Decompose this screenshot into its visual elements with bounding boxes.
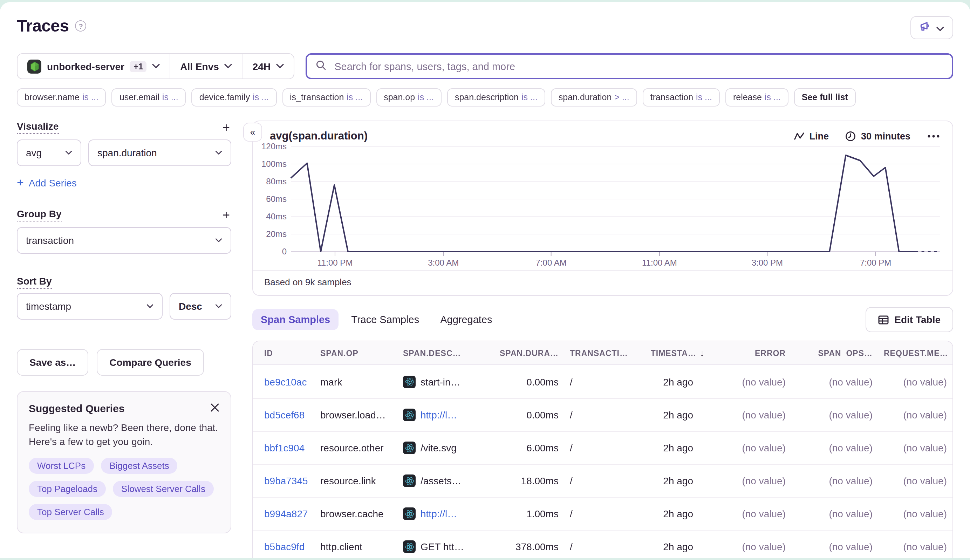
chip-field: release xyxy=(733,93,762,102)
filter-chip-span.description[interactable]: span.descriptionis ... xyxy=(447,88,545,107)
nodejs-project-icon xyxy=(27,59,42,73)
see-full-list-button[interactable]: See full list xyxy=(794,88,856,107)
metric-select[interactable]: span.duration xyxy=(88,140,231,166)
suggested-query-chip[interactable]: Biggest Assets xyxy=(101,457,178,473)
chart-interval-selector[interactable]: 30 minutes xyxy=(846,131,910,141)
main-panel: « avg(span.duration) Line 30 minutes xyxy=(252,120,953,558)
column-header[interactable]: SPAN.DESC… xyxy=(397,349,487,357)
column-header[interactable]: SPAN_OPS… xyxy=(791,349,878,357)
filter-chip-span.duration[interactable]: span.duration> ... xyxy=(551,88,637,107)
chart-card: « avg(span.duration) Line 30 minutes xyxy=(252,120,953,296)
chip-condition: is ... xyxy=(253,93,269,102)
add-visualize-button[interactable]: + xyxy=(221,121,231,133)
close-icon[interactable] xyxy=(210,402,219,415)
project-selector[interactable]: unborked-server +1 xyxy=(18,54,170,78)
feedback-button[interactable] xyxy=(910,16,953,39)
table-row[interactable]: bd5cef68browser.load…http://l…0.00ms/2h … xyxy=(253,398,952,431)
tab-aggregates[interactable]: Aggregates xyxy=(432,309,500,330)
filter-chip-release[interactable]: releaseis ... xyxy=(725,88,788,107)
filter-chip-span.op[interactable]: span.opis ... xyxy=(376,88,442,107)
column-header[interactable]: ERROR xyxy=(710,349,791,357)
filter-bar: unborked-server +1 All Envs 24H xyxy=(17,53,953,79)
chip-condition: is ... xyxy=(162,93,178,102)
suggested-query-chip[interactable]: Top Pageloads xyxy=(29,480,106,497)
environment-selector[interactable]: All Envs xyxy=(170,54,242,78)
filter-chip-transaction[interactable]: transactionis ... xyxy=(643,88,720,107)
request-method-cell: (no value) xyxy=(878,442,952,453)
chip-field: span.op xyxy=(384,93,415,102)
time-range-selector[interactable]: 24H xyxy=(242,54,294,78)
project-name: unborked-server xyxy=(47,61,124,72)
y-axis-tick: 100ms xyxy=(258,159,287,169)
span-description-cell: /assets… xyxy=(397,475,487,487)
column-header[interactable]: SPAN.OP xyxy=(315,349,397,357)
line-chart-plot[interactable]: 120ms100ms80ms60ms40ms20ms0 xyxy=(291,147,940,252)
results-tabs: Span SamplesTrace SamplesAggregates xyxy=(252,309,501,330)
suggested-query-chips: Worst LCPsBiggest AssetsTop PageloadsSlo… xyxy=(29,457,219,520)
span-id-link[interactable]: bbf1c904 xyxy=(264,442,305,453)
chevron-down-icon xyxy=(276,64,284,69)
column-header[interactable]: TRANSACTI… xyxy=(564,349,632,357)
aggregate-select[interactable]: avg xyxy=(17,140,81,166)
group-by-select[interactable]: transaction xyxy=(17,227,231,254)
table-row[interactable]: b5bac9fdhttp.clientGET htt…378.00ms/2h a… xyxy=(253,530,952,558)
edit-table-button[interactable]: Edit Table xyxy=(865,307,953,332)
filter-chip-browser.name[interactable]: browser.nameis ... xyxy=(17,88,106,107)
tab-trace-samples[interactable]: Trace Samples xyxy=(343,309,428,330)
column-header[interactable]: REQUEST.ME… xyxy=(878,349,952,357)
span-duration-cell: 378.00ms xyxy=(487,541,564,552)
chart-sample-note: Based on 9k samples xyxy=(253,270,952,295)
filter-chip-is_transaction[interactable]: is_transactionis ... xyxy=(282,88,370,107)
chart-more-menu[interactable] xyxy=(927,134,940,138)
help-icon[interactable]: ? xyxy=(75,20,87,32)
filter-chip-device.family[interactable]: device.familyis ... xyxy=(192,88,277,107)
transaction-cell: / xyxy=(564,409,632,420)
column-header[interactable]: SPAN.DURA… xyxy=(487,349,564,357)
filter-chip-user.email[interactable]: user.emailis ... xyxy=(112,88,186,107)
react-project-icon xyxy=(403,375,416,388)
suggested-query-chip[interactable]: Slowest Server Calls xyxy=(113,480,214,497)
search-input[interactable] xyxy=(333,60,943,73)
span-description-cell[interactable]: http://l… xyxy=(397,507,487,520)
suggested-queries-card: Suggested Queries Feeling like a newb? B… xyxy=(17,391,231,533)
span-description-cell[interactable]: http://l… xyxy=(397,408,487,421)
react-project-icon xyxy=(403,475,416,487)
span-id-link[interactable]: b5bac9fd xyxy=(264,541,305,552)
suggested-query-chip[interactable]: Top Server Calls xyxy=(29,503,112,520)
x-axis-tick: 7:00 AM xyxy=(536,258,567,268)
chip-field: transaction xyxy=(650,93,693,102)
sort-descending-icon: ↓ xyxy=(700,348,704,358)
add-series-button[interactable]: + Add Series xyxy=(17,176,231,190)
request-method-cell: (no value) xyxy=(878,541,952,552)
chip-condition: is ... xyxy=(418,93,434,102)
table-row[interactable]: b994a827browser.cachehttp://l…1.00ms/2h … xyxy=(253,497,952,530)
chip-field: device.family xyxy=(199,93,250,102)
tab-span-samples[interactable]: Span Samples xyxy=(252,309,338,330)
compare-queries-button[interactable]: Compare Queries xyxy=(97,349,203,376)
chip-condition: is ... xyxy=(522,93,538,102)
column-header[interactable]: ID xyxy=(253,349,315,357)
add-group-by-button[interactable]: + xyxy=(221,208,231,221)
collapse-sidebar-button[interactable]: « xyxy=(243,123,262,142)
table-row[interactable]: be9c10acmarkstart-in…0.00ms/2h ago(no va… xyxy=(253,365,952,398)
span-id-link[interactable]: b9ba7345 xyxy=(264,475,308,487)
table-row[interactable]: b9ba7345resource.link/assets…18.00ms/2h … xyxy=(253,464,952,497)
table-row[interactable]: bbf1c904resource.other/vite.svg6.00ms/2h… xyxy=(253,431,952,464)
span-id-link[interactable]: be9c10ac xyxy=(264,376,307,387)
project-more-count: +1 xyxy=(130,61,147,72)
transaction-cell: / xyxy=(564,541,632,552)
column-header[interactable]: TIMESTA…↓ xyxy=(632,348,710,358)
span-description-cell: /vite.svg xyxy=(397,442,487,454)
span-duration-cell: 18.00ms xyxy=(487,475,564,487)
save-as-button[interactable]: Save as… xyxy=(17,349,88,376)
transaction-cell: / xyxy=(564,475,632,487)
request-method-cell: (no value) xyxy=(878,475,952,487)
span-id-link[interactable]: b994a827 xyxy=(264,508,308,519)
suggested-queries-title: Suggested Queries xyxy=(29,402,124,414)
suggested-query-chip[interactable]: Worst LCPs xyxy=(29,457,94,473)
sort-direction-select[interactable]: Desc xyxy=(170,293,231,320)
x-axis-tick: 3:00 PM xyxy=(752,258,783,268)
span-id-link[interactable]: bd5cef68 xyxy=(264,409,305,420)
sort-field-select[interactable]: timestamp xyxy=(17,293,163,320)
chart-type-toggle[interactable]: Line xyxy=(794,131,829,141)
